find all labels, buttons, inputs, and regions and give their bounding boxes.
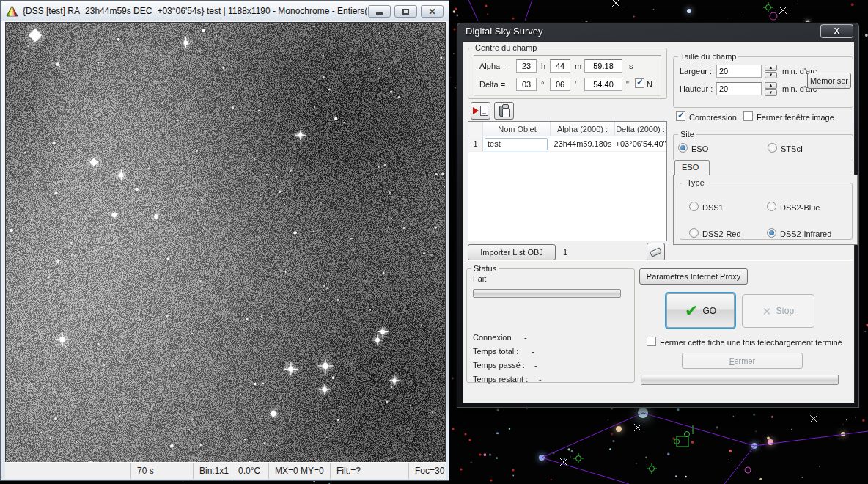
type-group: Type DSS1 DSS2-Blue DSS2-Red DSS2-Infrar… <box>680 178 853 240</box>
eraser-icon <box>650 247 662 257</box>
resize-grip[interactable] <box>444 477 444 477</box>
alpha-h-unit: h <box>541 62 545 70</box>
largeur-field[interactable] <box>716 65 762 78</box>
object-count: 1 <box>563 248 567 257</box>
status-segment-empty <box>5 463 131 479</box>
proxy-settings-button[interactable]: Parametres Internet Proxy <box>639 268 748 285</box>
maximize-button[interactable] <box>394 5 417 18</box>
radio-dss2-red[interactable] <box>689 228 699 238</box>
delta-arcsec-field[interactable] <box>584 78 622 91</box>
hauteur-field[interactable] <box>716 82 762 95</box>
fermer-fenetre-label: Fermer fenêtre image <box>757 113 834 122</box>
connexion-value: - <box>524 333 527 342</box>
minimize-button[interactable] <box>368 5 391 18</box>
north-checkbox[interactable] <box>635 78 644 88</box>
dss-starfield-image[interactable] <box>5 22 446 463</box>
radio-dss1-label[interactable]: DSS1 <box>702 203 724 212</box>
status-temperature: 0.0°C <box>232 463 269 479</box>
row-number: 1 <box>468 136 483 151</box>
fermer-fenetre-checkbox[interactable] <box>743 111 753 121</box>
compression-checkbox[interactable] <box>676 111 685 121</box>
tab-eso[interactable]: ESO <box>674 160 710 175</box>
download-progress-bar <box>473 289 621 298</box>
header-row-number <box>468 122 483 136</box>
radio-dss2-infrared-label[interactable]: DSS2-Infrared <box>780 230 831 238</box>
alpha-minutes-field[interactable] <box>550 59 570 73</box>
fermer-fiche-label: Fermer cette fiche une fois telechargeme… <box>660 338 842 347</box>
delta-deg-unit: ° <box>541 80 544 89</box>
radio-dss2-blue-label[interactable]: DSS2-Blue <box>780 203 820 212</box>
digital-sky-survey-dialog: Digital Sky Survey X Centre du champ Alp… <box>456 22 860 408</box>
compression-label: Compression <box>689 113 737 122</box>
fermer-fiche-checkbox[interactable] <box>647 337 656 346</box>
delta-label: Delta = <box>479 80 505 89</box>
radio-dss2-blue[interactable] <box>767 202 776 211</box>
radio-stsci-label[interactable]: STScI <box>781 144 803 153</box>
delta-min-unit: ' <box>575 80 576 89</box>
hauteur-spin-up-icon[interactable]: ▲ <box>765 82 777 89</box>
memoriser-button[interactable]: Mémoriser <box>807 73 851 89</box>
largeur-spinner[interactable]: ▲ ▼ <box>765 65 777 78</box>
global-progress-bar <box>641 375 839 385</box>
delta-sec-unit: " <box>626 80 629 89</box>
status-legend: Status <box>471 264 499 273</box>
taille-legend: Taille du champ <box>678 52 738 61</box>
go-button[interactable]: ✔ GO <box>665 292 736 329</box>
fermer-button[interactable]: Fermer <box>682 353 803 369</box>
site-legend: Site <box>678 130 696 139</box>
radio-eso[interactable] <box>678 143 688 153</box>
object-name-cell[interactable]: test <box>485 138 548 150</box>
delta-arcmin-field[interactable] <box>550 78 570 91</box>
alpha-label: Alpha = <box>479 62 507 70</box>
temps-passe-value: - <box>534 361 537 370</box>
separator-line <box>466 260 853 261</box>
temps-total-value: - <box>532 347 534 356</box>
status-filter: Filt.=? <box>331 463 409 479</box>
app-prism-icon <box>6 5 18 17</box>
dialog-close-button[interactable]: X <box>820 24 853 38</box>
close-button[interactable]: ✕ <box>421 5 444 18</box>
import-coords-button[interactable] <box>471 102 490 120</box>
green-check-icon: ✔ <box>685 303 698 319</box>
radio-dss1[interactable] <box>689 202 699 211</box>
table-row[interactable]: 1 test 23h44m59.180s +03°06'54.40" <box>468 136 666 152</box>
stop-button[interactable]: ✕ Stop <box>742 294 814 328</box>
status-focus: Foc=30 <box>409 463 446 479</box>
largeur-label: Largeur : <box>680 67 712 76</box>
largeur-spin-up-icon[interactable]: ▲ <box>765 65 777 71</box>
alpha-m-unit: m <box>575 62 581 70</box>
header-delta-2000: Delta (2000) : <box>615 122 666 136</box>
north-label: N <box>647 80 652 89</box>
image-status-bar: 70 s Bin:1x1 0.0°C MX=0 MY=0 Filt.=? Foc… <box>5 462 446 479</box>
object-table: Nom Objet Alpha (2000) : Delta (2000) : … <box>468 121 667 241</box>
close-icon: ✕ <box>428 7 435 16</box>
object-table-header: Nom Objet Alpha (2000) : Delta (2000) : <box>468 122 666 136</box>
red-arrow-icon <box>473 107 479 114</box>
minimize-icon <box>376 12 383 15</box>
header-nom-objet: Nom Objet <box>483 122 551 136</box>
largeur-spin-down-icon[interactable]: ▼ <box>765 72 777 78</box>
alpha-seconds-field[interactable] <box>584 59 622 73</box>
temps-passe-label: Temps passé : <box>473 361 525 370</box>
delta-degrees-field[interactable] <box>516 78 537 91</box>
status-binning: Bin:1x1 <box>194 463 232 479</box>
hauteur-spinner[interactable]: ▲ ▼ <box>765 82 777 96</box>
radio-dss2-red-label[interactable]: DSS2-Red <box>702 230 741 238</box>
radio-eso-label[interactable]: ESO <box>691 144 708 153</box>
centre-du-champ-legend: Centre du champ <box>473 43 539 52</box>
image-window-title: {DSS [test] RA=23h44m59s DEC=+03°06'54s}… <box>23 6 367 16</box>
status-state: Fait <box>473 274 486 283</box>
hauteur-spin-down-icon[interactable]: ▼ <box>765 89 777 96</box>
close-x-icon: X <box>834 26 839 35</box>
radio-dss2-infrared[interactable] <box>767 228 776 238</box>
eso-tab-panel: Type DSS1 DSS2-Blue DSS2-Red DSS2-Infrar… <box>673 175 858 245</box>
importer-list-obj-button[interactable]: Importer List OBJ <box>468 244 556 260</box>
hauteur-label: Hauteur : <box>680 84 713 93</box>
clear-list-button[interactable] <box>647 243 665 261</box>
paste-button[interactable] <box>494 102 514 120</box>
radio-stsci[interactable] <box>768 143 777 153</box>
image-window-titlebar[interactable]: {DSS [test] RA=23h44m59s DEC=+03°06'54s}… <box>1 1 449 21</box>
alpha-hours-field[interactable] <box>516 59 537 73</box>
maximize-icon <box>402 9 409 15</box>
dialog-client-area: Centre du champ Alpha = h m s Delta = ° … <box>463 41 855 403</box>
